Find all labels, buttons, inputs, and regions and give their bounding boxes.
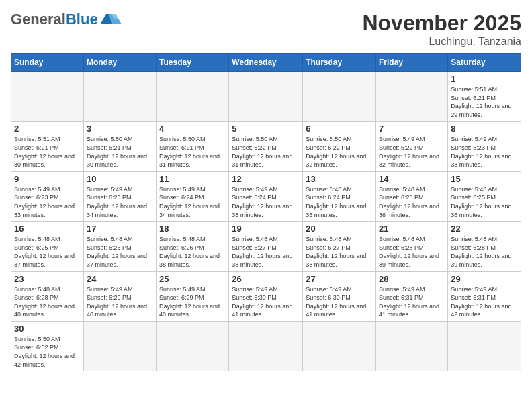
logo: General Blue	[11, 11, 121, 28]
calendar-day-cell: 4Sunrise: 5:50 AM Sunset: 6:21 PM Daylig…	[157, 122, 229, 171]
day-number: 26	[232, 274, 300, 284]
day-info: Sunrise: 5:50 AM Sunset: 6:32 PM Dayligh…	[14, 335, 81, 369]
day-info: Sunrise: 5:48 AM Sunset: 6:25 PM Dayligh…	[451, 185, 518, 219]
calendar-day-cell: 7Sunrise: 5:49 AM Sunset: 6:22 PM Daylig…	[376, 122, 448, 171]
day-info: Sunrise: 5:49 AM Sunset: 6:30 PM Dayligh…	[306, 285, 373, 319]
calendar-day-cell: 6Sunrise: 5:50 AM Sunset: 6:22 PM Daylig…	[303, 122, 376, 171]
day-info: Sunrise: 5:48 AM Sunset: 6:25 PM Dayligh…	[379, 185, 445, 219]
day-info: Sunrise: 5:48 AM Sunset: 6:26 PM Dayligh…	[159, 235, 226, 269]
calendar-day-cell: 26Sunrise: 5:49 AM Sunset: 6:30 PM Dayli…	[229, 271, 303, 321]
calendar-day-cell: 1Sunrise: 5:51 AM Sunset: 6:21 PM Daylig…	[448, 72, 521, 122]
calendar-day-cell	[83, 72, 156, 122]
weekday-header: Thursday	[303, 54, 376, 72]
day-info: Sunrise: 5:51 AM Sunset: 6:21 PM Dayligh…	[451, 85, 518, 119]
calendar-day-cell: 19Sunrise: 5:48 AM Sunset: 6:27 PM Dayli…	[229, 222, 303, 271]
calendar-day-cell	[11, 72, 84, 122]
weekday-header: Sunday	[11, 54, 84, 72]
calendar-day-cell: 16Sunrise: 5:48 AM Sunset: 6:25 PM Dayli…	[11, 222, 84, 271]
day-info: Sunrise: 5:49 AM Sunset: 6:23 PM Dayligh…	[14, 185, 81, 219]
weekday-header: Saturday	[448, 54, 521, 72]
day-info: Sunrise: 5:48 AM Sunset: 6:24 PM Dayligh…	[306, 185, 373, 219]
calendar-week-row: 9Sunrise: 5:49 AM Sunset: 6:23 PM Daylig…	[11, 171, 521, 221]
calendar-day-cell	[303, 72, 376, 122]
calendar-day-cell	[229, 72, 303, 122]
day-info: Sunrise: 5:49 AM Sunset: 6:31 PM Dayligh…	[379, 285, 445, 319]
day-info: Sunrise: 5:49 AM Sunset: 6:29 PM Dayligh…	[159, 285, 226, 319]
calendar-day-cell: 20Sunrise: 5:48 AM Sunset: 6:27 PM Dayli…	[303, 222, 376, 271]
calendar-day-cell	[448, 321, 521, 371]
day-number: 2	[14, 124, 81, 134]
month-title: November 2025	[362, 11, 521, 36]
calendar-day-cell: 27Sunrise: 5:49 AM Sunset: 6:30 PM Dayli…	[303, 271, 376, 321]
day-number: 11	[159, 174, 226, 184]
calendar-day-cell	[376, 72, 448, 122]
calendar-week-row: 1Sunrise: 5:51 AM Sunset: 6:21 PM Daylig…	[11, 72, 521, 122]
day-info: Sunrise: 5:48 AM Sunset: 6:28 PM Dayligh…	[379, 235, 445, 269]
day-number: 30	[14, 324, 81, 334]
day-number: 18	[159, 224, 226, 234]
day-number: 5	[232, 124, 300, 134]
day-number: 4	[159, 124, 226, 134]
day-number: 1	[451, 74, 518, 84]
day-info: Sunrise: 5:49 AM Sunset: 6:23 PM Dayligh…	[451, 135, 518, 169]
day-number: 15	[451, 174, 518, 184]
day-number: 24	[87, 274, 153, 284]
day-info: Sunrise: 5:49 AM Sunset: 6:23 PM Dayligh…	[87, 185, 153, 219]
calendar-day-cell	[157, 72, 229, 122]
calendar-day-cell: 15Sunrise: 5:48 AM Sunset: 6:25 PM Dayli…	[448, 171, 521, 221]
day-number: 28	[379, 274, 445, 284]
day-number: 8	[451, 124, 518, 134]
day-number: 29	[451, 274, 518, 284]
day-info: Sunrise: 5:48 AM Sunset: 6:27 PM Dayligh…	[306, 235, 373, 269]
day-info: Sunrise: 5:49 AM Sunset: 6:29 PM Dayligh…	[87, 285, 153, 319]
day-number: 16	[14, 224, 81, 234]
weekday-header: Friday	[376, 54, 448, 72]
day-number: 3	[87, 124, 153, 134]
calendar-day-cell: 30Sunrise: 5:50 AM Sunset: 6:32 PM Dayli…	[11, 321, 84, 371]
logo-icon	[101, 11, 121, 28]
page-header: General Blue November 2025 Luchingu, Tan…	[11, 11, 521, 48]
calendar-table: SundayMondayTuesdayWednesdayThursdayFrid…	[11, 53, 521, 371]
day-info: Sunrise: 5:49 AM Sunset: 6:30 PM Dayligh…	[232, 285, 300, 319]
calendar-day-cell: 28Sunrise: 5:49 AM Sunset: 6:31 PM Dayli…	[376, 271, 448, 321]
calendar-day-cell: 29Sunrise: 5:49 AM Sunset: 6:31 PM Dayli…	[448, 271, 521, 321]
calendar-day-cell: 18Sunrise: 5:48 AM Sunset: 6:26 PM Dayli…	[157, 222, 229, 271]
day-info: Sunrise: 5:49 AM Sunset: 6:24 PM Dayligh…	[232, 185, 300, 219]
calendar-day-cell: 12Sunrise: 5:49 AM Sunset: 6:24 PM Dayli…	[229, 171, 303, 221]
calendar-header-row: SundayMondayTuesdayWednesdayThursdayFrid…	[11, 54, 521, 72]
calendar-day-cell: 25Sunrise: 5:49 AM Sunset: 6:29 PM Dayli…	[157, 271, 229, 321]
weekday-header: Tuesday	[157, 54, 229, 72]
day-number: 25	[159, 274, 226, 284]
day-number: 17	[87, 224, 153, 234]
day-info: Sunrise: 5:48 AM Sunset: 6:27 PM Dayligh…	[232, 235, 300, 269]
day-number: 7	[379, 124, 445, 134]
calendar-day-cell: 2Sunrise: 5:51 AM Sunset: 6:21 PM Daylig…	[11, 122, 84, 171]
calendar-day-cell	[376, 321, 448, 371]
day-info: Sunrise: 5:49 AM Sunset: 6:24 PM Dayligh…	[159, 185, 226, 219]
day-number: 19	[232, 224, 300, 234]
day-number: 23	[14, 274, 81, 284]
calendar-day-cell: 13Sunrise: 5:48 AM Sunset: 6:24 PM Dayli…	[303, 171, 376, 221]
calendar-day-cell: 14Sunrise: 5:48 AM Sunset: 6:25 PM Dayli…	[376, 171, 448, 221]
day-info: Sunrise: 5:51 AM Sunset: 6:21 PM Dayligh…	[14, 135, 81, 169]
calendar-day-cell: 9Sunrise: 5:49 AM Sunset: 6:23 PM Daylig…	[11, 171, 84, 221]
logo-general-text: General	[11, 11, 66, 28]
day-info: Sunrise: 5:50 AM Sunset: 6:21 PM Dayligh…	[87, 135, 153, 169]
calendar-day-cell: 10Sunrise: 5:49 AM Sunset: 6:23 PM Dayli…	[83, 171, 156, 221]
calendar-day-cell: 17Sunrise: 5:48 AM Sunset: 6:26 PM Dayli…	[83, 222, 156, 271]
calendar-day-cell: 22Sunrise: 5:48 AM Sunset: 6:28 PM Dayli…	[448, 222, 521, 271]
weekday-header: Monday	[83, 54, 156, 72]
title-area: November 2025 Luchingu, Tanzania	[362, 11, 521, 48]
calendar-week-row: 23Sunrise: 5:48 AM Sunset: 6:28 PM Dayli…	[11, 271, 521, 321]
logo-blue-text: Blue	[66, 11, 98, 28]
calendar-day-cell	[303, 321, 376, 371]
calendar-day-cell: 3Sunrise: 5:50 AM Sunset: 6:21 PM Daylig…	[83, 122, 156, 171]
calendar-day-cell: 5Sunrise: 5:50 AM Sunset: 6:22 PM Daylig…	[229, 122, 303, 171]
day-info: Sunrise: 5:48 AM Sunset: 6:28 PM Dayligh…	[451, 235, 518, 269]
calendar-week-row: 16Sunrise: 5:48 AM Sunset: 6:25 PM Dayli…	[11, 222, 521, 271]
day-number: 12	[232, 174, 300, 184]
calendar-day-cell: 24Sunrise: 5:49 AM Sunset: 6:29 PM Dayli…	[83, 271, 156, 321]
day-number: 6	[306, 124, 373, 134]
day-info: Sunrise: 5:48 AM Sunset: 6:25 PM Dayligh…	[14, 235, 81, 269]
calendar-week-row: 2Sunrise: 5:51 AM Sunset: 6:21 PM Daylig…	[11, 122, 521, 171]
